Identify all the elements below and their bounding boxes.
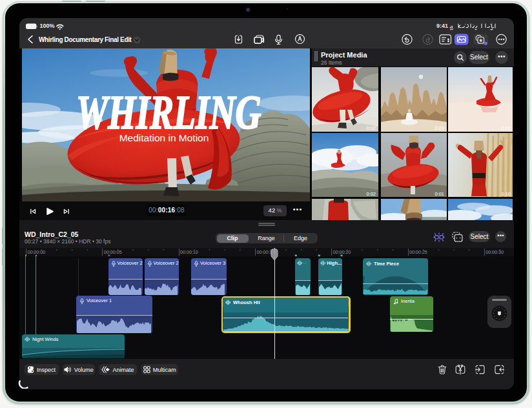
svg-text:0:01: 0:01 [435, 191, 444, 197]
svg-text:0:10: 0:10 [501, 191, 511, 197]
svg-text:0:02: 0:02 [366, 191, 376, 197]
svg-text:0:02: 0:02 [501, 125, 511, 131]
svg-text:WHIRLING: WHIRLING [76, 87, 261, 139]
svg-text:Meditation in Motion: Meditation in Motion [119, 132, 209, 143]
svg-text:0:03: 0:03 [435, 125, 444, 131]
svg-text:0:02: 0:02 [366, 125, 376, 131]
